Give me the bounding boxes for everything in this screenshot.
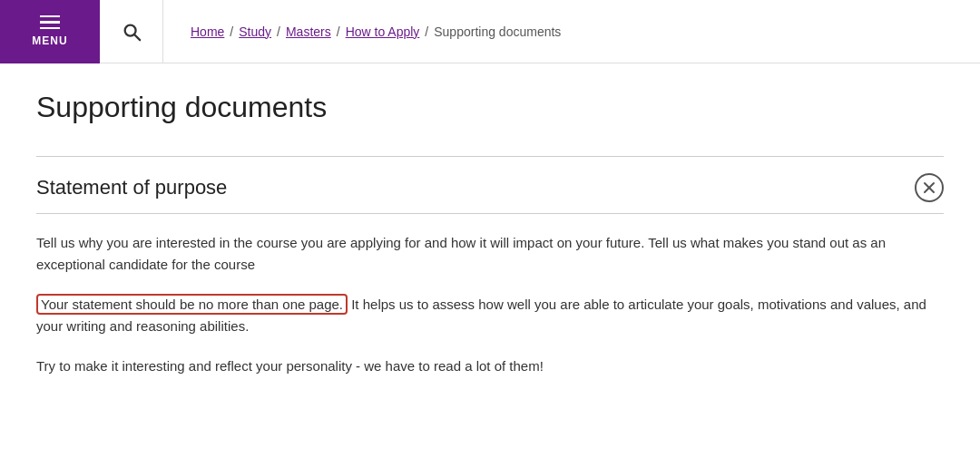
search-button[interactable] [100,0,163,63]
breadcrumb-masters[interactable]: Masters [286,24,331,39]
breadcrumb-study[interactable]: Study [239,24,271,39]
menu-button[interactable]: MENU [0,0,100,63]
section-paragraph-3: Try to make it interesting and reflect y… [36,355,944,377]
section-paragraph-2: Your statement should be no more than on… [36,294,944,337]
breadcrumb-sep-3: / [337,24,340,39]
highlighted-statement: Your statement should be no more than on… [36,294,348,315]
breadcrumb-home[interactable]: Home [191,24,224,39]
close-section-button[interactable] [915,173,944,202]
breadcrumb-sep-1: / [230,24,233,39]
hamburger-line-1 [40,15,60,18]
page-title: Supporting documents [36,91,944,124]
section-header: Statement of purpose [36,157,944,213]
svg-line-1 [134,34,140,40]
breadcrumb: Home / Study / Masters / How to Apply / … [163,24,588,39]
header: MENU Home / Study / Masters / How to App… [0,0,980,63]
section-body: Tell us why you are interested in the co… [36,213,944,377]
section-title: Statement of purpose [36,176,227,199]
main-content: Supporting documents Statement of purpos… [0,63,980,423]
close-icon [922,180,936,195]
breadcrumb-how-to-apply[interactable]: How to Apply [346,24,420,39]
section-paragraph-1: Tell us why you are interested in the co… [36,232,944,276]
breadcrumb-sep-2: / [277,24,280,39]
breadcrumb-current: Supporting documents [434,24,561,39]
hamburger-line-2 [40,21,60,24]
search-icon [122,22,142,42]
statement-section: Statement of purpose Tell us why you are… [36,156,944,377]
menu-label: MENU [32,34,67,47]
breadcrumb-sep-4: / [425,24,428,39]
hamburger-line-3 [40,27,60,30]
